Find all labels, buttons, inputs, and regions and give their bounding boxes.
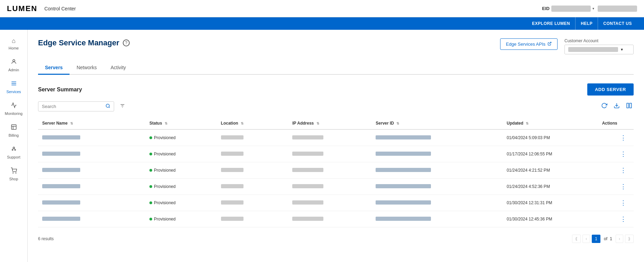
next-page-button[interactable]: ›: [616, 235, 623, 243]
cell-server-id-1: [371, 146, 503, 162]
sidebar-item-admin[interactable]: Admin: [0, 54, 27, 76]
svg-point-8: [12, 150, 13, 151]
tab-networks[interactable]: Networks: [70, 61, 103, 75]
filter-icon[interactable]: [118, 101, 127, 112]
row-actions-button-4[interactable]: ⋮: [617, 198, 629, 207]
sidebar-services-label: Services: [6, 90, 21, 94]
api-button-label: Edge Services APIs: [506, 42, 545, 47]
cell-status-5: Provisioned: [145, 211, 217, 227]
tab-servers[interactable]: Servers: [38, 61, 70, 75]
page-title-section: Edge Service Manager ?: [38, 38, 130, 47]
page-header-right: Edge Services APIs Customer Account ▾: [500, 38, 634, 54]
col-header-location[interactable]: Location ⇅: [217, 117, 288, 129]
cell-updated-1: 01/17/2024 12:06:55 PM: [503, 146, 598, 162]
search-box: [38, 101, 114, 111]
cell-ip-1: [288, 146, 371, 162]
row-actions-button-2[interactable]: ⋮: [617, 166, 629, 175]
sort-ip-icon: ⇅: [316, 121, 319, 125]
row-actions-button-1[interactable]: ⋮: [617, 150, 629, 159]
section-header: Server Summary ADD SERVER: [38, 83, 634, 96]
svg-point-12: [13, 173, 13, 173]
col-header-status[interactable]: Status ⇅: [145, 117, 217, 129]
table-row: Provisioned 01/30/2024 12:45:36 PM ⋮: [38, 211, 634, 227]
sidebar-item-home[interactable]: ⌂ Home: [0, 33, 27, 54]
sidebar: ⌂ Home Admin Services: [0, 30, 28, 262]
refresh-button[interactable]: [600, 101, 609, 112]
row-actions-button-0[interactable]: ⋮: [617, 133, 629, 142]
search-icon[interactable]: [105, 103, 110, 109]
tab-activity[interactable]: Activity: [104, 61, 133, 75]
col-header-server-id[interactable]: Server ID ⇅: [371, 117, 503, 129]
contact-us-link[interactable]: CONTACT US: [598, 17, 637, 30]
status-label-0: Provisioned: [154, 135, 176, 140]
edge-services-api-button[interactable]: Edge Services APIs: [500, 38, 558, 50]
section-title: Server Summary: [38, 87, 82, 93]
toolbar-left: [38, 101, 127, 112]
customer-account-dropdown[interactable]: ▾: [564, 45, 634, 54]
first-page-button[interactable]: ⟪: [572, 235, 581, 243]
cell-status-4: Provisioned: [145, 195, 217, 211]
sidebar-item-billing[interactable]: Billing: [0, 120, 27, 142]
cell-server-name-2: [38, 162, 145, 179]
svg-rect-22: [630, 103, 632, 108]
cell-ip-0: [288, 129, 371, 146]
sidebar-item-monitoring[interactable]: Monitoring: [0, 98, 27, 120]
status-label-4: Provisioned: [154, 200, 176, 205]
last-page-button[interactable]: ⟫: [625, 235, 634, 243]
cell-updated-0: 01/04/2024 5:09:03 PM: [503, 129, 598, 146]
sidebar-item-shop[interactable]: Shop: [0, 163, 27, 185]
svg-line-10: [13, 148, 13, 150]
cell-location-3: [217, 179, 288, 195]
svg-point-0: [13, 60, 15, 62]
sort-server-name-icon: ⇅: [70, 121, 73, 125]
svg-point-15: [106, 104, 109, 107]
col-header-server-name[interactable]: Server Name ⇅: [38, 117, 145, 129]
cell-server-id-2: [371, 162, 503, 179]
status-dot-3: [149, 185, 152, 188]
download-button[interactable]: [612, 101, 621, 112]
servers-table: Server Name ⇅ Status ⇅ Location ⇅ IP Add…: [38, 117, 634, 227]
cell-server-id-3: [371, 179, 503, 195]
svg-rect-4: [11, 125, 16, 129]
monitoring-icon: [11, 102, 17, 110]
admin-icon: [11, 58, 17, 66]
svg-line-16: [109, 107, 110, 108]
cell-server-id-5: [371, 211, 503, 227]
cell-server-name-0: [38, 129, 145, 146]
sidebar-item-support[interactable]: Support: [0, 142, 27, 163]
help-icon-button[interactable]: ?: [123, 39, 130, 46]
cell-actions-1: ⋮: [598, 146, 634, 162]
eid-value: ████████████: [551, 6, 591, 12]
pagination-controls: ⟪ ‹ 1 of 1 › ⟫: [572, 235, 634, 243]
add-server-button[interactable]: ADD SERVER: [587, 83, 634, 96]
sidebar-billing-label: Billing: [9, 133, 19, 137]
cell-actions-3: ⋮: [598, 179, 634, 195]
col-header-updated[interactable]: Updated ⇅: [503, 117, 598, 129]
main-layout: ⌂ Home Admin Services: [0, 30, 644, 262]
billing-icon: [11, 124, 17, 132]
table-toolbar: [38, 101, 634, 112]
header-right: EID ████████████ ▾ ████████████: [542, 6, 637, 12]
sidebar-home-label: Home: [9, 46, 19, 50]
cell-status-0: Provisioned: [145, 129, 217, 146]
eid-label: EID: [542, 6, 550, 11]
blue-nav-bar: EXPLORE LUMEN HELP CONTACT US: [0, 17, 644, 30]
row-actions-button-3[interactable]: ⋮: [617, 182, 629, 191]
sidebar-item-services[interactable]: Services: [0, 76, 27, 98]
page-1-button[interactable]: 1: [592, 235, 600, 243]
help-link[interactable]: HELP: [576, 17, 598, 30]
search-input[interactable]: [42, 104, 103, 109]
col-header-ip[interactable]: IP Address ⇅: [288, 117, 371, 129]
status-dot-1: [149, 153, 152, 155]
eid-dropdown-icon[interactable]: ▾: [592, 7, 594, 10]
status-label-2: Provisioned: [154, 168, 176, 173]
prev-page-button[interactable]: ‹: [582, 235, 590, 243]
table-row: Provisioned 01/24/2024 4:21:52 PM ⋮: [38, 162, 634, 179]
page-header: Edge Service Manager ? Edge Services API…: [38, 38, 634, 54]
explore-lumen-link[interactable]: EXPLORE LUMEN: [527, 17, 576, 30]
shop-icon: [11, 168, 17, 175]
svg-rect-21: [627, 103, 628, 108]
cell-status-2: Provisioned: [145, 162, 217, 179]
row-actions-button-5[interactable]: ⋮: [617, 215, 629, 224]
columns-button[interactable]: [625, 101, 634, 112]
